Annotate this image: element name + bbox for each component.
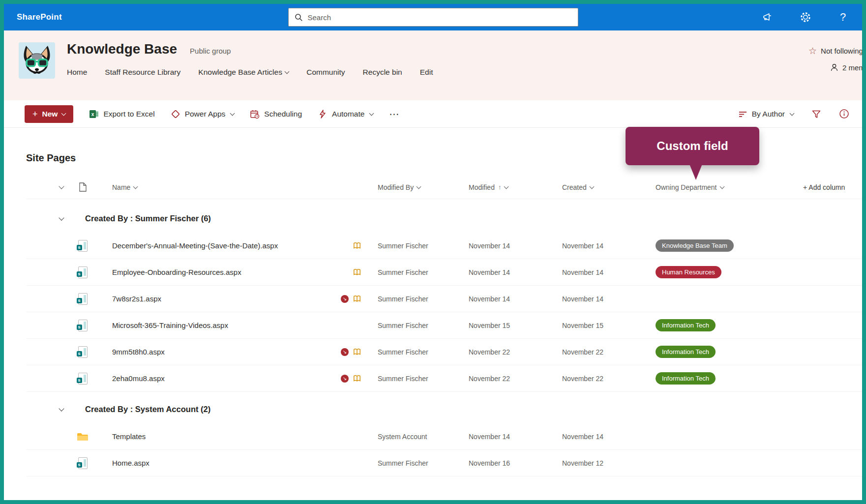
- column-header-name[interactable]: Name: [95, 183, 324, 191]
- new-button[interactable]: + New: [25, 105, 73, 123]
- select-all-chevron-icon[interactable]: [59, 183, 64, 189]
- members-label: 2 members: [842, 63, 866, 72]
- table-row[interactable]: s Employee-Onboarding-Resources.aspx Sum…: [26, 259, 862, 286]
- created-value: November 15: [547, 322, 641, 329]
- chevron-down-icon: [719, 184, 724, 189]
- site-logo-dog-icon[interactable]: [19, 42, 55, 79]
- column-header-created[interactable]: Created: [547, 183, 641, 191]
- chevron-down-icon: [133, 184, 138, 189]
- settings-gear-icon[interactable]: [799, 11, 812, 24]
- table-header-row: Name Modified By Modified↑ Created Ownin…: [26, 176, 862, 199]
- column-header-modified[interactable]: Modified↑: [454, 183, 547, 191]
- table-row[interactable]: s December's-Annual-Meeting-(Save-the-Da…: [26, 233, 862, 259]
- column-header-owning-department[interactable]: Owning Department: [641, 183, 788, 191]
- person-icon: [830, 63, 838, 72]
- chevron-down-icon: [230, 111, 235, 116]
- search-icon: [295, 13, 303, 22]
- nav-item-edit[interactable]: Edit: [420, 68, 433, 77]
- created-value: November 14: [547, 295, 641, 303]
- collapse-group-chevron-icon[interactable]: [59, 406, 64, 411]
- column-header-modified-by[interactable]: Modified By: [363, 183, 454, 191]
- help-icon[interactable]: ?: [836, 11, 849, 24]
- collapse-group-chevron-icon[interactable]: [59, 215, 64, 220]
- file-name[interactable]: 2eha0mu8.aspx: [95, 374, 324, 383]
- nav-item-recycle-bin[interactable]: Recycle bin: [363, 68, 402, 77]
- table-row[interactable]: Templates System Account November 14 Nov…: [26, 423, 862, 450]
- nav-item-knowledge-base-articles[interactable]: Knowledge Base Articles: [198, 68, 289, 77]
- nav-item-staff-resource-library[interactable]: Staff Resource Library: [105, 68, 180, 77]
- sharepoint-page-icon: s: [78, 293, 88, 305]
- department-badge: Knowledge Base Team: [656, 239, 734, 252]
- page-type-column-icon[interactable]: [70, 182, 95, 192]
- modified-value: November 22: [454, 375, 547, 383]
- sharepoint-page-icon: s: [78, 240, 88, 252]
- callout-tail: [689, 164, 702, 180]
- checked-out-icon: ↘: [341, 348, 349, 356]
- table-row[interactable]: s Home.aspx Summer Fischer November 16 N…: [26, 450, 862, 476]
- created-value: November 14: [547, 268, 641, 276]
- add-column-button[interactable]: + Add column: [788, 183, 862, 191]
- excel-icon: x: [89, 109, 99, 119]
- group-label: Created By : System Account (2): [70, 405, 862, 414]
- nav-item-community[interactable]: Community: [306, 68, 345, 77]
- department-badge: Information Tech: [656, 346, 716, 358]
- power-apps-button[interactable]: Power Apps: [171, 109, 235, 119]
- folder-name[interactable]: Templates: [95, 432, 324, 441]
- info-icon[interactable]: [839, 109, 849, 119]
- file-name[interactable]: 9mm5t8h0.aspx: [95, 348, 324, 356]
- sharepoint-page-icon: s: [78, 346, 88, 358]
- sharepoint-brand[interactable]: SharePoint: [17, 12, 62, 22]
- modified-by-value: Summer Fischer: [363, 375, 454, 383]
- sharepoint-page-icon: s: [78, 373, 88, 385]
- view-by-author-button[interactable]: By Author: [739, 110, 794, 119]
- custom-field-callout: Custom field: [626, 127, 759, 165]
- scheduling-button[interactable]: Scheduling: [250, 109, 302, 119]
- file-name[interactable]: Microsoft-365-Training-Videos.aspx: [95, 321, 324, 329]
- modified-by-value: Summer Fischer: [363, 459, 454, 467]
- follow-button[interactable]: ☆ Not following: [808, 46, 866, 56]
- site-title: Knowledge Base: [67, 41, 177, 57]
- table-row[interactable]: s 7w8sr2s1.aspx ↘ Summer Fischer Novembe…: [26, 286, 862, 312]
- search-box[interactable]: [288, 8, 578, 27]
- book-icon: [353, 242, 361, 249]
- modified-value: November 15: [454, 322, 547, 329]
- modified-value: November 22: [454, 348, 547, 356]
- modified-by-value: Summer Fischer: [363, 322, 454, 329]
- site-header: Knowledge Base Public group Home Staff R…: [4, 30, 862, 100]
- folder-icon: [77, 432, 89, 442]
- sharepoint-page-icon: s: [78, 320, 88, 331]
- created-value: November 14: [547, 433, 641, 441]
- table-row[interactable]: s Microsoft-365-Training-Videos.aspx Sum…: [26, 312, 862, 339]
- modified-by-value: Summer Fischer: [363, 242, 454, 250]
- svg-text:x: x: [91, 112, 94, 117]
- export-to-excel-button[interactable]: x Export to Excel: [89, 109, 154, 119]
- filter-icon[interactable]: [811, 109, 821, 119]
- modified-by-value: Summer Fischer: [363, 295, 454, 303]
- chevron-down-icon: [369, 111, 374, 116]
- table-row[interactable]: s 9mm5t8h0.aspx ↘ Summer Fischer Novembe…: [26, 339, 862, 365]
- nav-item-home[interactable]: Home: [67, 68, 87, 77]
- search-input[interactable]: [308, 13, 572, 22]
- sort-lines-icon: [739, 110, 747, 118]
- site-privacy-label: Public group: [190, 47, 231, 55]
- table-row[interactable]: s 2eha0mu8.aspx ↘ Summer Fischer Novembe…: [26, 365, 862, 392]
- chevron-down-icon: [790, 111, 795, 116]
- file-name[interactable]: December's-Annual-Meeting-(Save-the-Date…: [95, 241, 324, 250]
- book-icon: [353, 375, 361, 382]
- department-badge: Human Resources: [656, 266, 721, 278]
- file-name[interactable]: 7w8sr2s1.aspx: [95, 295, 324, 303]
- more-commands-button[interactable]: ⋯: [389, 108, 400, 120]
- book-icon: [353, 268, 361, 276]
- command-bar: + New x Export to Excel Power Apps: [4, 100, 862, 128]
- checked-out-icon: ↘: [341, 295, 349, 303]
- megaphone-icon[interactable]: [762, 11, 775, 24]
- star-icon: ☆: [808, 46, 817, 56]
- department-badge: Information Tech: [656, 372, 716, 385]
- members-button[interactable]: 2 members: [830, 63, 866, 72]
- created-value: November 12: [547, 459, 641, 467]
- group-header: Created By : System Account (2): [26, 395, 862, 423]
- file-name[interactable]: Home.aspx: [95, 459, 324, 467]
- created-value: November 22: [547, 375, 641, 383]
- file-name[interactable]: Employee-Onboarding-Resources.aspx: [95, 268, 324, 276]
- automate-button[interactable]: Automate: [318, 109, 373, 119]
